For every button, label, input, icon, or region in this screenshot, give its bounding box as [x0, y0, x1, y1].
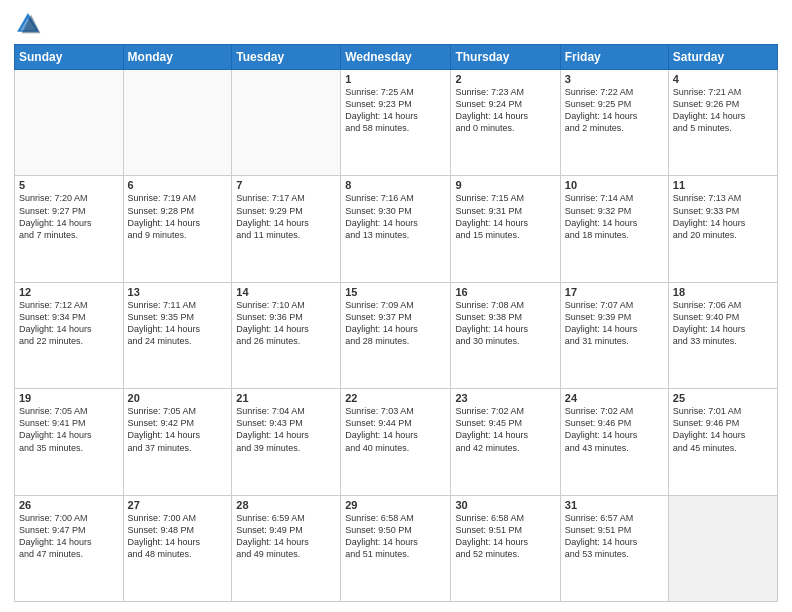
cell-info: Sunrise: 7:25 AM Sunset: 9:23 PM Dayligh… — [345, 86, 446, 135]
cell-info: Sunrise: 7:16 AM Sunset: 9:30 PM Dayligh… — [345, 192, 446, 241]
day-number: 2 — [455, 73, 555, 85]
weekday-header-saturday: Saturday — [668, 45, 777, 70]
day-number: 12 — [19, 286, 119, 298]
cell-info: Sunrise: 7:08 AM Sunset: 9:38 PM Dayligh… — [455, 299, 555, 348]
day-number: 20 — [128, 392, 228, 404]
cell-info: Sunrise: 7:15 AM Sunset: 9:31 PM Dayligh… — [455, 192, 555, 241]
calendar-table: SundayMondayTuesdayWednesdayThursdayFrid… — [14, 44, 778, 602]
cell-info: Sunrise: 7:19 AM Sunset: 9:28 PM Dayligh… — [128, 192, 228, 241]
calendar-cell: 4Sunrise: 7:21 AM Sunset: 9:26 PM Daylig… — [668, 70, 777, 176]
calendar-cell: 24Sunrise: 7:02 AM Sunset: 9:46 PM Dayli… — [560, 389, 668, 495]
cell-info: Sunrise: 7:21 AM Sunset: 9:26 PM Dayligh… — [673, 86, 773, 135]
day-number: 7 — [236, 179, 336, 191]
calendar-cell: 19Sunrise: 7:05 AM Sunset: 9:41 PM Dayli… — [15, 389, 124, 495]
logo-icon — [14, 10, 42, 38]
calendar-cell: 18Sunrise: 7:06 AM Sunset: 9:40 PM Dayli… — [668, 282, 777, 388]
week-row-2: 12Sunrise: 7:12 AM Sunset: 9:34 PM Dayli… — [15, 282, 778, 388]
calendar-cell: 22Sunrise: 7:03 AM Sunset: 9:44 PM Dayli… — [341, 389, 451, 495]
calendar-cell: 13Sunrise: 7:11 AM Sunset: 9:35 PM Dayli… — [123, 282, 232, 388]
calendar-cell: 26Sunrise: 7:00 AM Sunset: 9:47 PM Dayli… — [15, 495, 124, 601]
calendar-cell: 7Sunrise: 7:17 AM Sunset: 9:29 PM Daylig… — [232, 176, 341, 282]
calendar-cell: 14Sunrise: 7:10 AM Sunset: 9:36 PM Dayli… — [232, 282, 341, 388]
cell-info: Sunrise: 7:03 AM Sunset: 9:44 PM Dayligh… — [345, 405, 446, 454]
cell-info: Sunrise: 7:07 AM Sunset: 9:39 PM Dayligh… — [565, 299, 664, 348]
cell-info: Sunrise: 7:04 AM Sunset: 9:43 PM Dayligh… — [236, 405, 336, 454]
weekday-header-tuesday: Tuesday — [232, 45, 341, 70]
day-number: 19 — [19, 392, 119, 404]
calendar-cell: 30Sunrise: 6:58 AM Sunset: 9:51 PM Dayli… — [451, 495, 560, 601]
calendar-cell — [232, 70, 341, 176]
cell-info: Sunrise: 7:17 AM Sunset: 9:29 PM Dayligh… — [236, 192, 336, 241]
calendar-cell: 15Sunrise: 7:09 AM Sunset: 9:37 PM Dayli… — [341, 282, 451, 388]
day-number: 31 — [565, 499, 664, 511]
cell-info: Sunrise: 7:23 AM Sunset: 9:24 PM Dayligh… — [455, 86, 555, 135]
cell-info: Sunrise: 7:00 AM Sunset: 9:47 PM Dayligh… — [19, 512, 119, 561]
cell-info: Sunrise: 7:12 AM Sunset: 9:34 PM Dayligh… — [19, 299, 119, 348]
cell-info: Sunrise: 6:58 AM Sunset: 9:51 PM Dayligh… — [455, 512, 555, 561]
calendar-cell — [123, 70, 232, 176]
cell-info: Sunrise: 7:14 AM Sunset: 9:32 PM Dayligh… — [565, 192, 664, 241]
cell-info: Sunrise: 7:02 AM Sunset: 9:45 PM Dayligh… — [455, 405, 555, 454]
cell-info: Sunrise: 6:57 AM Sunset: 9:51 PM Dayligh… — [565, 512, 664, 561]
calendar-body: 1Sunrise: 7:25 AM Sunset: 9:23 PM Daylig… — [15, 70, 778, 602]
weekday-header-thursday: Thursday — [451, 45, 560, 70]
day-number: 23 — [455, 392, 555, 404]
weekday-header-friday: Friday — [560, 45, 668, 70]
cell-info: Sunrise: 7:01 AM Sunset: 9:46 PM Dayligh… — [673, 405, 773, 454]
header — [14, 10, 778, 38]
page: SundayMondayTuesdayWednesdayThursdayFrid… — [0, 0, 792, 612]
calendar-cell: 31Sunrise: 6:57 AM Sunset: 9:51 PM Dayli… — [560, 495, 668, 601]
cell-info: Sunrise: 7:20 AM Sunset: 9:27 PM Dayligh… — [19, 192, 119, 241]
calendar-cell: 23Sunrise: 7:02 AM Sunset: 9:45 PM Dayli… — [451, 389, 560, 495]
week-row-0: 1Sunrise: 7:25 AM Sunset: 9:23 PM Daylig… — [15, 70, 778, 176]
day-number: 24 — [565, 392, 664, 404]
day-number: 15 — [345, 286, 446, 298]
logo — [14, 10, 46, 38]
calendar-cell: 21Sunrise: 7:04 AM Sunset: 9:43 PM Dayli… — [232, 389, 341, 495]
cell-info: Sunrise: 7:05 AM Sunset: 9:41 PM Dayligh… — [19, 405, 119, 454]
cell-info: Sunrise: 7:09 AM Sunset: 9:37 PM Dayligh… — [345, 299, 446, 348]
cell-info: Sunrise: 7:05 AM Sunset: 9:42 PM Dayligh… — [128, 405, 228, 454]
calendar-cell: 8Sunrise: 7:16 AM Sunset: 9:30 PM Daylig… — [341, 176, 451, 282]
day-number: 4 — [673, 73, 773, 85]
calendar-cell: 27Sunrise: 7:00 AM Sunset: 9:48 PM Dayli… — [123, 495, 232, 601]
cell-info: Sunrise: 7:22 AM Sunset: 9:25 PM Dayligh… — [565, 86, 664, 135]
day-number: 18 — [673, 286, 773, 298]
day-number: 30 — [455, 499, 555, 511]
calendar-cell: 20Sunrise: 7:05 AM Sunset: 9:42 PM Dayli… — [123, 389, 232, 495]
day-number: 28 — [236, 499, 336, 511]
day-number: 27 — [128, 499, 228, 511]
day-number: 17 — [565, 286, 664, 298]
week-row-3: 19Sunrise: 7:05 AM Sunset: 9:41 PM Dayli… — [15, 389, 778, 495]
day-number: 1 — [345, 73, 446, 85]
week-row-1: 5Sunrise: 7:20 AM Sunset: 9:27 PM Daylig… — [15, 176, 778, 282]
day-number: 5 — [19, 179, 119, 191]
calendar: SundayMondayTuesdayWednesdayThursdayFrid… — [14, 44, 778, 602]
calendar-cell: 1Sunrise: 7:25 AM Sunset: 9:23 PM Daylig… — [341, 70, 451, 176]
calendar-cell: 9Sunrise: 7:15 AM Sunset: 9:31 PM Daylig… — [451, 176, 560, 282]
calendar-cell: 25Sunrise: 7:01 AM Sunset: 9:46 PM Dayli… — [668, 389, 777, 495]
day-number: 13 — [128, 286, 228, 298]
day-number: 25 — [673, 392, 773, 404]
calendar-header: SundayMondayTuesdayWednesdayThursdayFrid… — [15, 45, 778, 70]
day-number: 14 — [236, 286, 336, 298]
cell-info: Sunrise: 7:02 AM Sunset: 9:46 PM Dayligh… — [565, 405, 664, 454]
calendar-cell: 17Sunrise: 7:07 AM Sunset: 9:39 PM Dayli… — [560, 282, 668, 388]
weekday-header-sunday: Sunday — [15, 45, 124, 70]
calendar-cell — [668, 495, 777, 601]
cell-info: Sunrise: 6:59 AM Sunset: 9:49 PM Dayligh… — [236, 512, 336, 561]
day-number: 3 — [565, 73, 664, 85]
day-number: 21 — [236, 392, 336, 404]
cell-info: Sunrise: 7:13 AM Sunset: 9:33 PM Dayligh… — [673, 192, 773, 241]
calendar-cell: 3Sunrise: 7:22 AM Sunset: 9:25 PM Daylig… — [560, 70, 668, 176]
day-number: 16 — [455, 286, 555, 298]
day-number: 8 — [345, 179, 446, 191]
week-row-4: 26Sunrise: 7:00 AM Sunset: 9:47 PM Dayli… — [15, 495, 778, 601]
calendar-cell: 12Sunrise: 7:12 AM Sunset: 9:34 PM Dayli… — [15, 282, 124, 388]
calendar-cell: 28Sunrise: 6:59 AM Sunset: 9:49 PM Dayli… — [232, 495, 341, 601]
day-number: 22 — [345, 392, 446, 404]
calendar-cell: 11Sunrise: 7:13 AM Sunset: 9:33 PM Dayli… — [668, 176, 777, 282]
cell-info: Sunrise: 7:00 AM Sunset: 9:48 PM Dayligh… — [128, 512, 228, 561]
calendar-cell: 6Sunrise: 7:19 AM Sunset: 9:28 PM Daylig… — [123, 176, 232, 282]
calendar-cell: 2Sunrise: 7:23 AM Sunset: 9:24 PM Daylig… — [451, 70, 560, 176]
